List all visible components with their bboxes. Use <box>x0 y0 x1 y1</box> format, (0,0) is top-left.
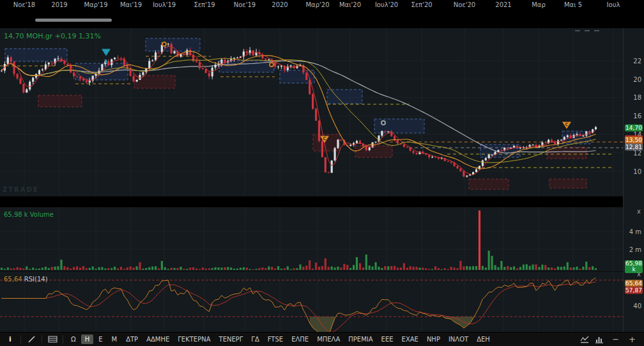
candlestick-chart <box>0 28 623 196</box>
time-axis-label[interactable]: Νοε'20 <box>454 1 475 8</box>
toolbar-separator <box>42 335 42 343</box>
time-axis-label[interactable]: Σεπ'19 <box>194 1 215 8</box>
time-axis-label[interactable]: Ιουλ <box>607 1 620 8</box>
ticker-button-FTSE[interactable]: FTSE <box>264 334 287 344</box>
ticker-button-ΕΛΠΕ[interactable]: ΕΛΠΕ <box>288 334 312 344</box>
toolbar-separator <box>20 335 21 343</box>
toolbar-right: − + <box>580 334 640 344</box>
rsi-value-label: 57,87 <box>625 287 643 294</box>
ticker-button-ΓΕΚΤΕΡΝΑ[interactable]: ΓΕΚΤΕΡΝΑ <box>174 334 214 344</box>
time-axis-label[interactable]: Νοε'19 <box>234 1 256 8</box>
price-level-label[interactable]: 13,50 <box>625 137 643 144</box>
pane-control-icon[interactable] <box>575 30 580 31</box>
ticker-shortcuts: ΔΤΡΑΔΜΗΕΓΕΚΤΕΡΝΑΤΕΝΕΡΓΓΔFTSEΕΛΠΕΜΠΕΛΑΠΡΕ… <box>122 334 494 344</box>
ticker-button-ΑΔΜΗΕ[interactable]: ΑΔΜΗΕ <box>142 334 173 344</box>
rsi-pane-close-button[interactable]: x <box>637 271 641 278</box>
rsi-chart <box>0 272 623 332</box>
ticker-button-ΓΔ[interactable]: ΓΔ <box>247 334 263 344</box>
price-tick: 22 <box>633 58 641 65</box>
time-axis-label[interactable]: 2019 <box>51 1 67 8</box>
pane-controls[interactable] <box>575 30 599 31</box>
time-axis-label[interactable]: 2020 <box>272 1 288 8</box>
interval-button-Μ[interactable]: Μ <box>108 334 121 344</box>
indicators-chart-icon[interactable] <box>580 336 590 343</box>
trading-app-window: ZTRADE 14,70 MOH.gr +0,19 1,31% CC Νοε'1… <box>0 0 644 346</box>
interval-button-Ω[interactable]: Ω <box>67 334 80 344</box>
corporate-event-marker[interactable]: C <box>320 136 329 143</box>
draw-pencil-icon[interactable] <box>25 334 38 345</box>
price-tick: 16 <box>633 113 641 120</box>
price-axis[interactable]: 2220181614121014,7013,5012,81x4 m2 m65,9… <box>623 28 644 332</box>
info-button[interactable]: i <box>4 334 17 345</box>
event-ring-marker[interactable] <box>162 42 167 47</box>
ticker-button-ΙΝΛΟΤ[interactable]: ΙΝΛΟΤ <box>445 334 472 344</box>
ticker-button-ΕΧΑΕ[interactable]: ΕΧΑΕ <box>398 334 422 344</box>
price-level-label[interactable]: 12,81 <box>625 144 643 151</box>
time-axis-label[interactable]: Μαρ'19 <box>84 1 107 8</box>
rsi-tick: 40 <box>633 303 641 310</box>
price-tick: 10 <box>633 168 641 175</box>
volume-bars-chart <box>0 207 623 271</box>
pane-control-icon[interactable] <box>585 30 590 31</box>
interval-button-Η[interactable]: Η <box>81 334 94 344</box>
price-level-label[interactable]: 14,70 <box>625 125 643 132</box>
ticker-button-ΝΗΡ[interactable]: ΝΗΡ <box>423 334 444 344</box>
toolbar-separator <box>63 335 63 343</box>
time-axis-label[interactable]: Μαι'19 <box>120 1 142 8</box>
pane-control-icon[interactable] <box>594 30 599 31</box>
event-ring-marker[interactable] <box>381 120 386 125</box>
time-axis-label[interactable]: Μαι'20 <box>339 1 361 8</box>
corporate-event-marker[interactable]: C <box>562 122 571 129</box>
volume-pane-close-button[interactable]: x <box>637 208 641 215</box>
bottom-toolbar: i ΩΗΕΜ ΔΤΡΑΔΜΗΕΓΕΚΤΕΡΝΑΤΕΝΕΡΓΓΔFTSEΕΛΠΕΜ… <box>0 332 644 346</box>
ticker-button-ΔΕΗ[interactable]: ΔΕΗ <box>473 334 494 344</box>
time-axis-label[interactable]: Μαρ <box>532 1 546 8</box>
ticker-button-ΔΤΡ[interactable]: ΔΤΡ <box>122 334 142 344</box>
time-axis-label[interactable]: Μαι 5 <box>564 1 582 8</box>
interval-group: ΩΗΕΜ <box>67 334 121 344</box>
interval-button-Ε[interactable]: Ε <box>95 334 106 344</box>
zoom-out-button[interactable]: − <box>610 334 621 344</box>
funnel-flag-marker[interactable] <box>102 49 111 56</box>
rsi-value-label: 65,64 <box>625 280 643 287</box>
layout-grid-icon[interactable] <box>46 334 59 345</box>
volume-tick: 4 m <box>629 228 641 235</box>
rsi-legend[interactable]: 65,64 RSI(14) <box>4 276 48 283</box>
ticker-button-ΜΠΕΛΑ[interactable]: ΜΠΕΛΑ <box>313 334 344 344</box>
main-price-pane[interactable]: ZTRADE 14,70 MOH.gr +0,19 1,31% CC <box>0 28 644 196</box>
symbol-legend[interactable]: 14,70 MOH.gr +0,19 1,31% <box>4 32 101 40</box>
price-tick: 18 <box>633 94 641 101</box>
volume-pane[interactable]: 65,98 k Volume <box>0 207 644 271</box>
volume-bars-icon[interactable] <box>595 336 604 343</box>
ticker-button-ΤΕΝΕΡΓ[interactable]: ΤΕΝΕΡΓ <box>215 334 247 344</box>
rsi-value: 65,64 <box>4 276 22 283</box>
time-axis-label[interactable]: 2021 <box>495 1 511 8</box>
time-axis-label[interactable]: Ιουλ'19 <box>153 1 176 8</box>
zoom-in-button[interactable]: + <box>627 334 638 344</box>
volume-tick: 2 m <box>629 246 641 253</box>
ztrade-watermark: ZTRADE <box>3 186 39 193</box>
time-axis-label[interactable]: Νοε'18 <box>13 1 35 8</box>
top-scrollbar-thumb[interactable] <box>35 19 112 22</box>
ticker-button-ΕΕΕ[interactable]: ΕΕΕ <box>378 334 397 344</box>
ticker-button-ΠΡΕΜΙΑ[interactable]: ΠΡΕΜΙΑ <box>344 334 376 344</box>
rsi-name: RSI(14) <box>24 276 48 283</box>
price-tick: 20 <box>633 76 641 83</box>
rsi-pane[interactable]: 65,64 RSI(14) <box>0 271 644 332</box>
time-axis-label[interactable]: Ιουλ'20 <box>375 1 398 8</box>
volume-legend[interactable]: 65,98 k Volume <box>4 211 54 218</box>
time-axis-label[interactable]: Μαρ'20 <box>305 1 329 8</box>
time-axis-label[interactable]: Σεπ'20 <box>411 1 432 8</box>
event-ring-marker[interactable] <box>269 62 274 67</box>
